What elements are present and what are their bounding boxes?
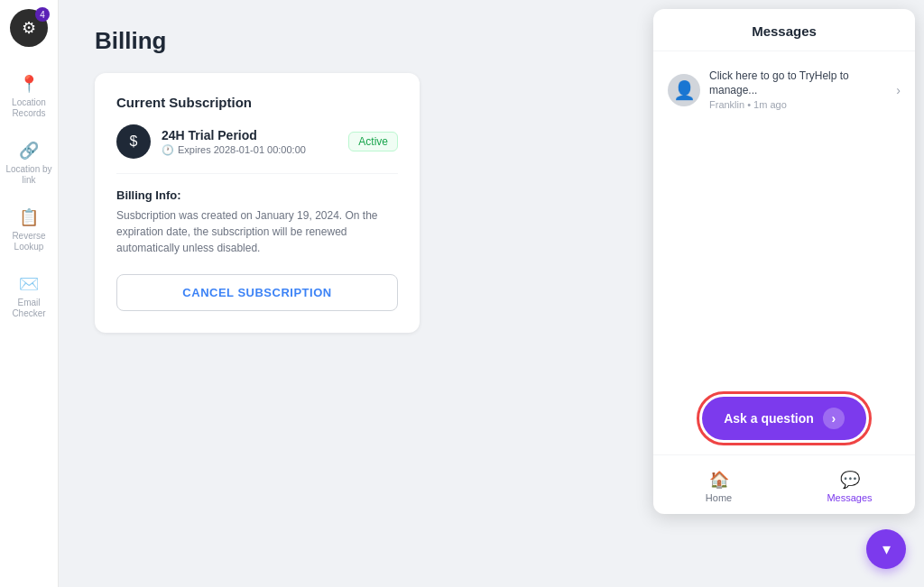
sidebar-logo[interactable]: ⚙ 4: [10, 9, 48, 47]
sidebar-item-location-records[interactable]: 📍 Location Records: [0, 63, 58, 130]
avatar: 👤: [668, 74, 700, 106]
arrow-circle: ›: [823, 408, 845, 429]
expiry-text: Expires 2028-01-01 00:00:00: [178, 144, 306, 155]
main-content: Billing Current Subscription $ 24H Trial…: [59, 0, 924, 587]
sidebar-item-reverse-lookup[interactable]: 📋 Reverse Lookup: [0, 197, 58, 263]
subscription-expiry: 🕐 Expires 2028-01-01 00:00:00: [162, 144, 306, 156]
chevron-right-icon: ›: [896, 83, 901, 97]
sidebar: ⚙ 4 📍 Location Records 🔗 Location by lin…: [0, 0, 59, 587]
messages-header: Messages: [653, 9, 915, 51]
ask-question-label: Ask a question: [724, 411, 814, 426]
current-subscription-title: Current Subscription: [116, 95, 398, 110]
messages-title: Messages: [752, 23, 817, 39]
message-meta: Franklin • 1m ago: [709, 99, 896, 110]
location-records-icon: 📍: [19, 74, 39, 94]
messages-list: 👤 Click here to go to TryHelp to manage.…: [653, 51, 915, 382]
footer-tab-home[interactable]: 🏠 Home: [653, 463, 784, 510]
message-time: 1m ago: [753, 99, 787, 110]
email-checker-icon: ✉️: [19, 274, 39, 294]
active-badge: Active: [348, 132, 398, 151]
messages-label: Messages: [827, 492, 872, 503]
subscription-details: 24H Trial Period 🕐 Expires 2028-01-01 00…: [162, 128, 306, 156]
ask-question-button[interactable]: Ask a question ›: [702, 397, 866, 440]
home-icon: 🏠: [709, 470, 729, 490]
message-text: Click here to go to TryHelp to manage...: [709, 69, 896, 97]
messages-icon: 💬: [840, 470, 860, 490]
billing-info-title: Billing Info:: [116, 188, 398, 202]
message-sender: Franklin: [709, 99, 744, 110]
ask-question-area: Ask a question ›: [653, 382, 915, 454]
message-content: Click here to go to TryHelp to manage...…: [709, 69, 896, 110]
message-item[interactable]: 👤 Click here to go to TryHelp to manage.…: [653, 59, 915, 121]
clock-icon: 🕐: [162, 144, 174, 156]
chevron-down-icon: ▾: [882, 539, 891, 559]
reverse-lookup-icon: 📋: [19, 207, 39, 227]
location-by-link-icon: 🔗: [19, 141, 39, 161]
subscription-left: $ 24H Trial Period 🕐 Expires 2028-01-01 …: [116, 124, 306, 159]
billing-info-text: Susbcription was created on January 19, …: [116, 207, 398, 256]
divider: [116, 173, 398, 174]
logo-icon: ⚙: [22, 18, 36, 38]
sidebar-item-label: Location by link: [5, 164, 52, 186]
sidebar-item-email-checker[interactable]: ✉️ Email Checker: [0, 263, 58, 330]
cancel-subscription-button[interactable]: CANCEL SUBSCRIPTION: [116, 274, 398, 311]
home-label: Home: [706, 492, 732, 503]
messages-panel: Messages 👤 Click here to go to TryHelp t…: [653, 9, 915, 514]
sidebar-item-label: Location Records: [5, 97, 52, 119]
notification-badge: 4: [35, 7, 50, 22]
dollar-icon: $: [130, 133, 138, 150]
message-left: 👤 Click here to go to TryHelp to manage.…: [668, 69, 896, 110]
sidebar-item-label: Email Checker: [5, 298, 52, 319]
subscription-name: 24H Trial Period: [162, 128, 306, 142]
arrow-icon: ›: [831, 411, 836, 426]
subscription-row: $ 24H Trial Period 🕐 Expires 2028-01-01 …: [116, 124, 398, 159]
sidebar-item-label: Reverse Lookup: [5, 231, 52, 252]
avatar-image: 👤: [673, 79, 696, 101]
billing-card: Current Subscription $ 24H Trial Period …: [95, 73, 420, 333]
floating-scroll-button[interactable]: ▾: [866, 529, 906, 569]
footer-tab-messages[interactable]: 💬 Messages: [784, 463, 915, 510]
subscription-icon: $: [116, 124, 151, 159]
messages-footer: 🏠 Home 💬 Messages: [653, 454, 915, 514]
sidebar-item-location-by-link[interactable]: 🔗 Location by link: [0, 130, 58, 197]
